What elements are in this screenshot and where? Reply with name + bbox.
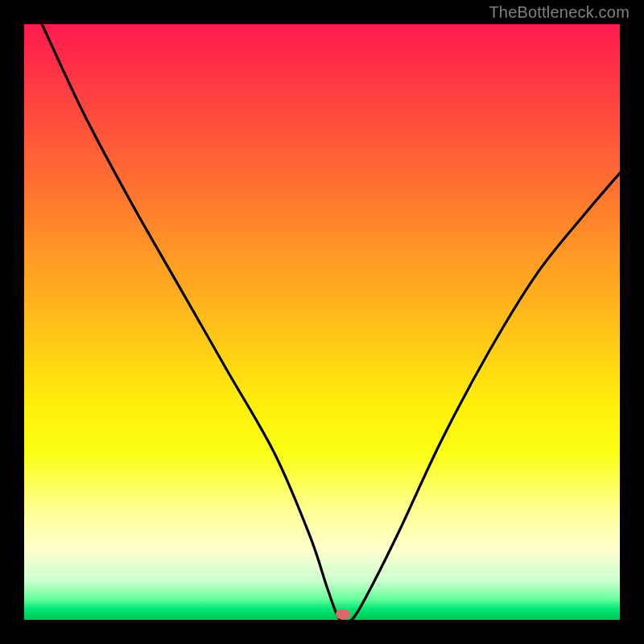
optimal-point-marker [336,609,350,619]
chart-frame: TheBottleneck.com [0,0,644,644]
watermark-text: TheBottleneck.com [489,3,630,22]
plot-area [24,24,620,620]
bottleneck-curve [42,24,620,620]
curve-svg [24,24,620,620]
